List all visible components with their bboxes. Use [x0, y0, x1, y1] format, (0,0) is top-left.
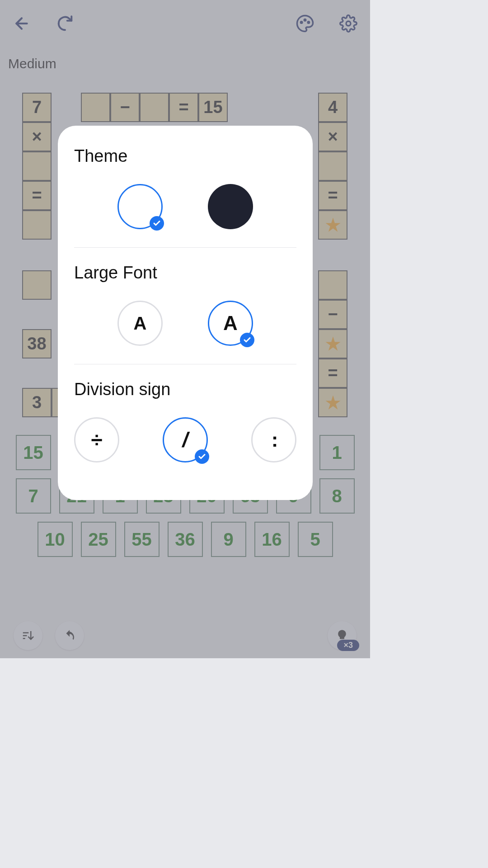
division-option-slash[interactable]: / [163, 417, 208, 462]
font-option-large[interactable]: A [208, 301, 253, 346]
font-large-label: A [223, 312, 238, 335]
theme-options [74, 184, 296, 229]
theme-option-light[interactable] [117, 184, 163, 229]
check-icon [240, 333, 254, 347]
font-option-small[interactable]: A [117, 301, 163, 346]
division-option-colon[interactable]: : [251, 417, 296, 462]
check-icon [150, 216, 164, 231]
font-section-title: Large Font [74, 263, 296, 283]
division-section-title: Division sign [74, 380, 296, 399]
division-option-obelus[interactable]: ÷ [74, 417, 119, 462]
theme-section-title: Theme [74, 146, 296, 166]
theme-option-dark[interactable] [208, 184, 253, 229]
divider [74, 364, 296, 364]
divider [74, 247, 296, 248]
theme-modal: Theme Large Font A A Division sign ÷ / : [58, 126, 313, 500]
division-options: ÷ / : [74, 417, 296, 462]
division-slash-label: / [183, 428, 188, 452]
check-icon [195, 449, 209, 464]
font-options: A A [74, 301, 296, 346]
